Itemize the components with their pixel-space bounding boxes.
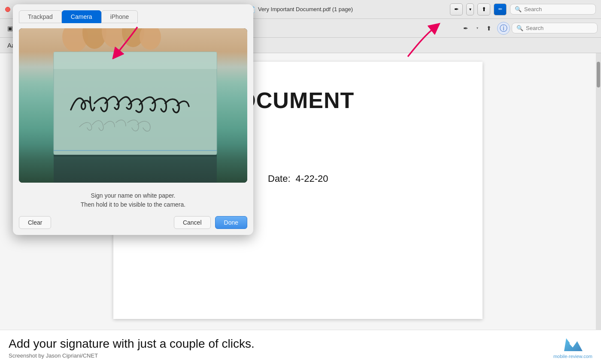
svg-rect-7 [54,52,217,69]
watermark-icon [562,335,583,353]
watermark: mobile-review.com [553,335,592,359]
titlebar-center: 📄 Very Important Document.pdf (1 page) [248,6,353,13]
dialog-instruction-line1: Sign your name on white paper. [19,191,247,200]
watermark-text: mobile-review.com [553,354,592,359]
window-title: Very Important Document.pdf (1 page) [258,6,353,12]
svg-rect-9 [54,155,217,183]
info-button[interactable]: ⓘ [497,22,510,35]
search-box-toolbar[interactable]: 🔍 [512,23,598,33]
date-section: Date: 4-22-20 [268,173,328,184]
search-icon: 🔍 [515,6,522,12]
sidebar-icon: ▣ [7,25,13,32]
bottom-credit: Screenshot by Jason Cipriani/CNET [9,352,592,359]
pen-toolbar-icon: ✒ [463,25,468,32]
close-button[interactable] [5,7,10,12]
tab-iphone[interactable]: iPhone [101,10,138,23]
search-toolbar-icon: 🔍 [516,25,523,31]
tab-camera[interactable]: Camera [62,10,101,23]
camera-scene-svg [19,28,247,183]
share2-toolbar-button[interactable]: ⬆ [483,22,495,34]
signature-dialog: Trackpad Camera iPhone [13,4,253,235]
svg-point-4 [140,28,161,50]
share2-icon: ⬆ [486,25,492,32]
clear-button[interactable]: Clear [19,216,51,229]
pen-tool-button[interactable]: ✒ [450,3,463,15]
markup-active-button[interactable]: ✏ [494,3,507,15]
camera-feed-area [19,28,247,183]
search-toolbar-input[interactable] [526,25,586,31]
done-button[interactable]: Done [215,216,247,229]
dialog-btn-left-group: Clear [19,216,51,229]
share-button[interactable]: ⬆ [477,3,490,15]
cancel-button[interactable]: Cancel [174,216,211,229]
pen-tool-toolbar-button[interactable]: ✒ [459,22,472,34]
dialog-btn-right-group: Cancel Done [174,216,247,229]
info-icon: ⓘ [500,23,507,33]
scrollbar[interactable] [596,53,601,364]
svg-rect-10 [54,155,217,156]
dialog-instruction-line2: Then hold it to be visible to the camera… [19,200,247,209]
camera-background [19,28,247,183]
dialog-tabs: Trackpad Camera iPhone [13,4,253,23]
pen-dropdown-toolbar[interactable]: ▾ [474,22,481,34]
titlebar-right: ✒ ▾ ⬆ ✏ 🔍 [450,3,596,15]
dialog-buttons: Clear Cancel Done [13,211,253,235]
date-value: 4-22-20 [296,173,328,184]
pen-dropdown-icon: ▾ [477,26,478,30]
dialog-instructions: Sign your name on white paper. Then hold… [13,188,253,211]
date-label: Date: [268,173,291,184]
bottom-headline: Add your signature with just a couple of… [9,337,592,351]
tab-trackpad[interactable]: Trackpad [19,10,62,23]
pen-dropdown-button[interactable]: ▾ [466,3,474,15]
search-box[interactable]: 🔍 [510,4,596,15]
search-input[interactable] [524,6,584,12]
scrollbar-thumb[interactable] [597,62,600,87]
bottom-area: Add your signature with just a couple of… [0,330,601,364]
